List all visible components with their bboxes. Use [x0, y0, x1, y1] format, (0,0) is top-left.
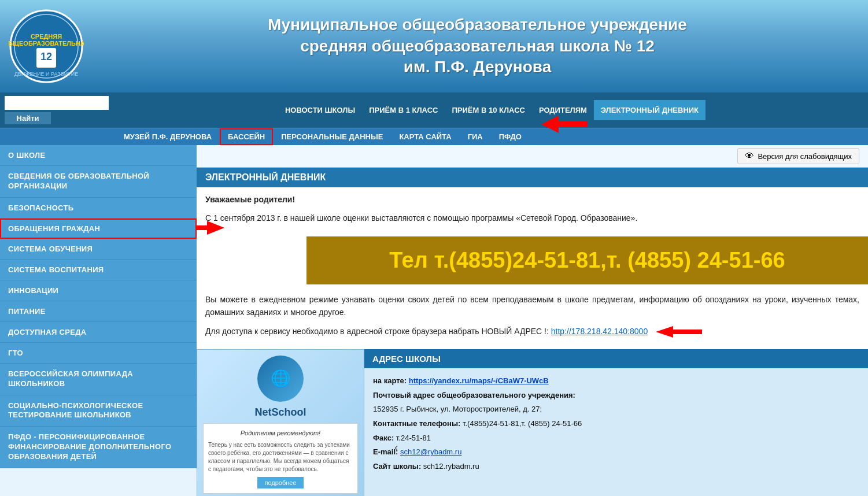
sidebar-item-learning[interactable]: СИСТЕМА ОБУЧЕНИЯ: [0, 239, 197, 260]
nav-news[interactable]: НОВОСТИ ШКОЛЫ: [278, 100, 362, 120]
nav-museum[interactable]: МУЗЕЙ П.Ф. ДЕРУНОВА: [116, 128, 220, 145]
eye-icon: 👁: [745, 151, 754, 161]
nav-arrow: [541, 116, 588, 135]
nav-personal-data[interactable]: ПЕРСОНАЛЬНЫЕ ДАННЫЕ: [273, 128, 391, 145]
sidebar-item-accessible[interactable]: ДОСТУПНАЯ СРЕДА: [0, 322, 197, 343]
nav-sitemap[interactable]: КАРТА САЙТА: [391, 128, 459, 145]
address-box: АДРЕС ШКОЛЫ на карте: https://yandex.ru/…: [364, 349, 868, 496]
email-link[interactable]: sch12@rybadm.ru: [400, 447, 461, 456]
school-logo: СРЕДНЯЯ ОБЩЕОБРАЗОВАТЕЛЬНАЯ 12 ДВИЖЕНИЕ …: [9, 9, 84, 84]
svg-text:ДВИЖЕНИЕ И РАЗВИТИЕ: ДВИЖЕНИЕ И РАЗВИТИЕ: [14, 71, 79, 77]
sidebar-item-appeals[interactable]: ОБРАЩЕНИЯ ГРАЖДАН: [0, 219, 197, 239]
content-area: 👁 Версия для слабовидящих ЭЛЕКТРОННЫЙ ДН…: [197, 145, 868, 496]
sidebar-item-info[interactable]: СВЕДЕНИЯ ОБ ОБРАЗОВАТЕЛЬНОЙ ОРГАНИЗАЦИИ: [0, 166, 197, 198]
sidebar-item-innovations[interactable]: ИННОВАЦИИ: [0, 280, 197, 301]
sidebar-item-education[interactable]: СИСТЕМА ВОСПИТАНИЯ: [0, 260, 197, 280]
sidebar-item-about[interactable]: О ШКОЛЕ: [0, 145, 197, 166]
section-title: ЭЛЕКТРОННЫЙ ДНЕВНИК: [197, 168, 868, 187]
nav-admission-10[interactable]: ПРИЁМ В 10 КЛАСС: [445, 100, 531, 120]
svg-text:СРЕДНЯЯ: СРЕДНЯЯ: [31, 33, 62, 40]
sidebar: О ШКОЛЕ СВЕДЕНИЯ ОБ ОБРАЗОВАТЕЛЬНОЙ ОРГА…: [0, 145, 197, 496]
sidebar-item-gto[interactable]: ГТО: [0, 343, 197, 364]
bottom-nav-links: МУЗЕЙ П.Ф. ДЕРУНОВА БАССЕЙН ПЕРСОНАЛЬНЫЕ…: [0, 128, 868, 145]
carousel-left-arrow[interactable]: ‹: [394, 441, 398, 454]
content-with-banner: Уважаемые родители! С 1 сентября 2013 г.…: [197, 187, 868, 349]
address-title: АДРЕС ШКОЛЫ: [364, 349, 868, 368]
nav-gia[interactable]: ГИА: [460, 128, 491, 145]
search-input[interactable]: [5, 96, 109, 110]
svg-text:ОБЩЕОБРАЗОВАТЕЛЬНАЯ: ОБЩЕОБРАЗОВАТЕЛЬНАЯ: [9, 40, 84, 47]
map-link[interactable]: https://yandex.ru/maps/-/CBaW7-UWcB: [409, 376, 549, 385]
sidebar-arrow-icon: [195, 221, 224, 236]
main-layout: О ШКОЛЕ СВЕДЕНИЯ ОБ ОБРАЗОВАТЕЛЬНОЙ ОРГА…: [0, 145, 868, 496]
visibility-bar: 👁 Версия для слабовидящих: [197, 145, 868, 168]
svg-marker-9: [656, 326, 702, 338]
phone-banner: Тел т.(4855)24-51-81,т. (4855) 24-51-66: [306, 236, 868, 284]
nav-diary[interactable]: ЭЛЕКТРОННЫЙ ДНЕВНИК: [594, 100, 706, 120]
svg-marker-8: [195, 221, 224, 235]
sidebar-item-pfdo[interactable]: ПФДО - ПЕРСОНИФИЦИРОВАННОЕ ФИНАНСИРОВАНИ…: [0, 427, 197, 468]
visibility-button[interactable]: 👁 Версия для слабовидящих: [737, 148, 859, 164]
address-content: на карте: https://yandex.ru/maps/-/CBaW7…: [364, 368, 868, 480]
navigation: Найти НОВОСТИ ШКОЛЫ ПРИЁМ В 1 КЛАСС ПРИЁ…: [0, 92, 868, 145]
nav-pool[interactable]: БАССЕЙН: [220, 128, 273, 145]
main-content: Вы можете в ежедневном режиме узнавать о…: [197, 287, 868, 349]
search-area: Найти: [0, 92, 116, 128]
netschool-more-btn[interactable]: подробнее: [257, 477, 303, 488]
sidebar-item-nutrition[interactable]: ПИТАНИЕ: [0, 301, 197, 322]
search-button[interactable]: Найти: [5, 112, 51, 124]
bottom-section: 🌐 NetSchool Родителям рекомендуют! Тепер…: [197, 349, 868, 496]
nav-admission-1[interactable]: ПРИЁМ В 1 КЛАСС: [362, 100, 445, 120]
netschool-link[interactable]: http://178.218.42.140:8000: [551, 327, 648, 336]
content-arrow: [656, 327, 702, 336]
sidebar-item-security[interactable]: БЕЗОПАСНОСТЬ: [0, 198, 197, 219]
sidebar-item-olympiad[interactable]: ВСЕРОССИЙСКАЯ ОЛИМПИАДА ШКОЛЬНИКОВ: [0, 364, 197, 395]
svg-marker-7: [541, 116, 588, 133]
svg-text:12: 12: [40, 51, 52, 62]
nav-pfdo[interactable]: ПФДО: [491, 128, 530, 145]
school-title: Муниципальное общеобразовательное учрежд…: [95, 14, 859, 77]
page-header: СРЕДНЯЯ ОБЩЕОБРАЗОВАТЕЛЬНАЯ 12 ДВИЖЕНИЕ …: [0, 0, 868, 92]
netschool-image: 🌐 NetSchool Родителям рекомендуют! Тепер…: [197, 349, 364, 496]
top-nav-links: НОВОСТИ ШКОЛЫ ПРИЁМ В 1 КЛАСС ПРИЁМ В 10…: [116, 92, 868, 128]
intro-text: Уважаемые родители! С 1 сентября 2013 г.…: [197, 187, 868, 236]
sidebar-item-psychology[interactable]: СОЦИАЛЬНО-ПСИХОЛОГИЧЕСКОЕ ТЕСТИРОВАНИЕ Ш…: [0, 395, 197, 427]
